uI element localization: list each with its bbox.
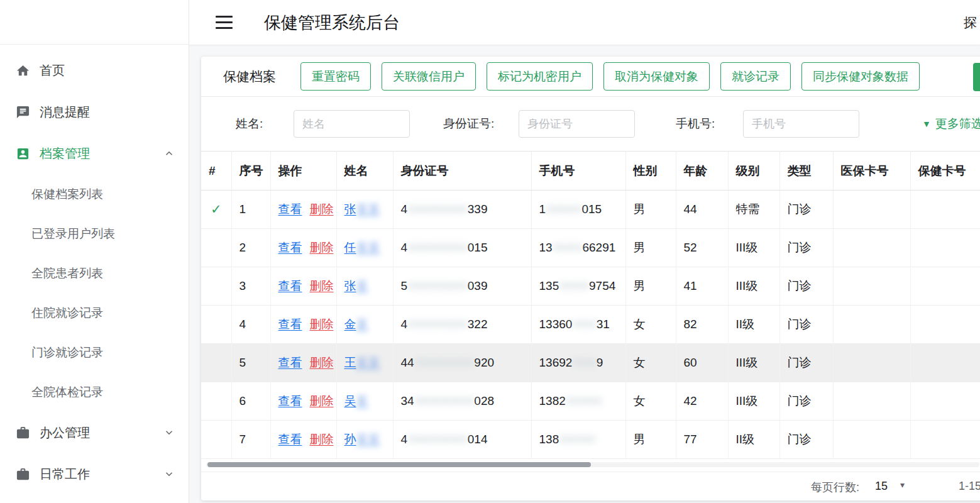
redacted-text: 000000 [559, 433, 595, 446]
sidebar-item-archives[interactable]: 档案管理 [0, 133, 189, 174]
redacted-text: 0000000000 [407, 433, 468, 446]
col-insurance-card: 医保卡号 [833, 152, 910, 191]
link-wechat-user-button[interactable]: 关联微信用户 [382, 62, 476, 91]
row-index: 3 [231, 267, 270, 306]
sidebar-subitem-outpatient-records[interactable]: 门诊就诊记录 [0, 333, 189, 372]
insurance-card-cell [833, 229, 910, 267]
table-row[interactable]: 5 查看删除 王某某 440000000000920 1369200009 女 … [201, 344, 980, 382]
table-row[interactable]: 6 查看删除 吴某 340000000000028 1382000000 女 4… [201, 382, 980, 421]
level-cell: II级 [728, 421, 779, 459]
view-link[interactable]: 查看 [278, 433, 302, 446]
table-row[interactable]: ✓ 1 查看删除 张某某 40000000000339 1000000015 男… [201, 191, 980, 229]
gender-cell: 女 [625, 306, 676, 344]
type-cell: 门诊 [779, 306, 833, 344]
delete-link[interactable]: 删除 [310, 279, 334, 292]
view-link[interactable]: 查看 [278, 241, 302, 254]
row-select-cell[interactable]: ✓ [201, 191, 231, 229]
view-link[interactable]: 查看 [278, 279, 302, 292]
menu-icon[interactable] [216, 16, 233, 29]
sidebar-subitem-logged-users[interactable]: 已登录用户列表 [0, 214, 189, 253]
view-link[interactable]: 查看 [278, 318, 302, 331]
redacted-text: 0000000000 [414, 356, 475, 369]
sidebar-item-daily-work[interactable]: 日常工作 [0, 453, 189, 495]
col-id-card: 身份证号 [393, 152, 531, 191]
phone-cell: 1382000000 [531, 382, 625, 421]
horizontal-scrollbar-thumb[interactable] [207, 462, 591, 467]
col-age: 年龄 [676, 152, 728, 191]
col-select[interactable]: # [201, 152, 231, 191]
row-select-cell[interactable] [201, 344, 231, 382]
visit-records-button[interactable]: 就诊记录 [720, 62, 791, 91]
sidebar-subitem-archive-list[interactable]: 保健档案列表 [0, 174, 189, 214]
table-row[interactable]: 4 查看删除 金某 40000000000322 13360000031 女 8… [201, 306, 980, 344]
sidebar: 首页 消息提醒 档案管理 保健档案列表 已登 [0, 0, 189, 503]
sidebar-item-label: 消息提醒 [40, 104, 90, 121]
row-select-cell[interactable] [201, 306, 231, 344]
sidebar-subitem-all-patients[interactable]: 全院患者列表 [0, 253, 189, 293]
delete-link[interactable]: 删除 [310, 433, 334, 446]
sidebar-subitem-label: 门诊就诊记录 [31, 345, 103, 361]
delete-link[interactable]: 删除 [310, 394, 334, 407]
primary-action-button[interactable] [973, 63, 980, 91]
view-link[interactable]: 查看 [278, 394, 302, 407]
sidebar-subitem-inpatient-records[interactable]: 住院就诊记录 [0, 293, 189, 333]
table-row[interactable]: 7 查看删除 孙某某 40000000000014 138000000 男 77… [201, 421, 980, 459]
healthcare-card-cell [910, 306, 980, 344]
level-cell: III级 [728, 267, 779, 306]
sidebar-item-label: 档案管理 [40, 145, 90, 162]
patient-name-link[interactable]: 张某 [344, 279, 368, 292]
more-filters-toggle[interactable]: ▼ 更多筛选 [922, 116, 980, 132]
view-link[interactable]: 查看 [278, 356, 302, 369]
patient-name-link[interactable]: 王某某 [344, 356, 380, 369]
table-row[interactable]: 2 查看删除 任某某 40000000000015 130000066291 男… [201, 229, 980, 267]
col-level: 级别 [728, 152, 779, 191]
level-cell: III级 [728, 229, 779, 267]
patient-name-link[interactable]: 孙某某 [344, 433, 380, 446]
row-select-cell[interactable] [201, 229, 231, 267]
patient-name-link[interactable]: 吴某 [344, 394, 368, 407]
redacted-text: 某某 [356, 241, 380, 254]
age-cell: 44 [676, 191, 728, 229]
phone-filter-input[interactable] [743, 110, 859, 138]
header-right-text[interactable]: 探 [964, 14, 977, 31]
row-index: 2 [231, 229, 270, 267]
id-filter-input[interactable] [519, 110, 635, 138]
rows-per-page-select[interactable]: 15 [875, 480, 888, 493]
delete-link[interactable]: 删除 [310, 241, 334, 254]
delete-link[interactable]: 删除 [310, 202, 334, 216]
col-index: 序号 [231, 152, 270, 191]
gender-cell: 男 [625, 267, 676, 306]
sidebar-item-messages[interactable]: 消息提醒 [0, 91, 189, 133]
sidebar-subitem-physical-exams[interactable]: 全院体检记录 [0, 372, 189, 412]
id-card-cell: 40000000000014 [393, 421, 531, 459]
healthcare-card-cell [910, 382, 980, 421]
row-select-cell[interactable] [201, 267, 231, 306]
row-select-cell[interactable] [201, 421, 231, 459]
sidebar-subitem-label: 全院患者列表 [31, 265, 103, 282]
row-select-cell[interactable] [201, 382, 231, 421]
sync-data-button[interactable]: 同步保健对象数据 [801, 62, 920, 91]
patient-name-link[interactable]: 任某某 [344, 241, 380, 254]
redacted-text: 某某 [356, 433, 380, 446]
age-cell: 41 [676, 267, 728, 306]
id-card-cell: 40000000000339 [393, 191, 531, 229]
app-header: 保健管理系统后台 探 [189, 0, 980, 45]
gender-cell: 男 [625, 421, 676, 459]
delete-link[interactable]: 删除 [310, 356, 334, 369]
name-filter-input[interactable] [294, 110, 410, 138]
patient-name-link[interactable]: 金某 [344, 318, 368, 331]
card-title: 保健档案 [223, 68, 276, 86]
sidebar-item-office[interactable]: 办公管理 [0, 412, 189, 453]
cancel-healthcare-subject-button[interactable]: 取消为保健对象 [603, 62, 710, 91]
reset-password-button[interactable]: 重置密码 [300, 62, 371, 91]
healthcare-card-cell [910, 421, 980, 459]
redacted-text: 0000000000 [407, 279, 468, 292]
caret-down-icon[interactable]: ▾ [900, 480, 905, 490]
sidebar-item-home[interactable]: 首页 [0, 50, 189, 91]
view-link[interactable]: 查看 [278, 202, 302, 216]
mark-confidential-button[interactable]: 标记为机密用户 [487, 62, 593, 91]
patient-name-link[interactable]: 张某某 [344, 202, 380, 216]
delete-link[interactable]: 删除 [310, 318, 334, 331]
age-cell: 52 [676, 229, 728, 267]
table-row[interactable]: 3 查看删除 张某 50000000000039 135000009754 男 … [201, 267, 980, 306]
